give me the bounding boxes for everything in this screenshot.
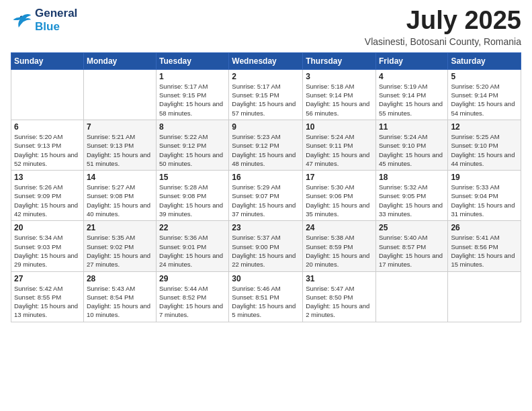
sunset-text: Sunset: 9:10 PM	[379, 142, 426, 149]
day-number: 26	[451, 223, 518, 232]
header: General Blue July 2025 Vlasinesti, Botos…	[11, 7, 521, 47]
daylight-text: Daylight: 15 hours and 24 minutes.	[159, 252, 223, 268]
calendar-cell: 23 Sunrise: 5:37 AM Sunset: 9:00 PM Dayl…	[229, 221, 303, 271]
sunset-text: Sunset: 9:14 PM	[306, 91, 353, 99]
day-info: Sunrise: 5:25 AM Sunset: 9:10 PM Dayligh…	[451, 132, 518, 168]
calendar-week-row: 27 Sunrise: 5:42 AM Sunset: 8:55 PM Dayl…	[11, 271, 521, 322]
calendar-cell: 1 Sunrise: 5:17 AM Sunset: 9:15 PM Dayli…	[157, 69, 229, 120]
sunrise-text: Sunrise: 5:28 AM	[159, 183, 208, 191]
calendar-cell: 24 Sunrise: 5:38 AM Sunset: 8:59 PM Dayl…	[303, 221, 376, 271]
daylight-text: Daylight: 15 hours and 56 minutes.	[306, 100, 369, 116]
sunset-text: Sunset: 8:55 PM	[14, 293, 61, 301]
sunset-text: Sunset: 9:03 PM	[14, 243, 61, 250]
calendar-cell: 15 Sunrise: 5:28 AM Sunset: 9:08 PM Dayl…	[157, 171, 229, 221]
daylight-text: Daylight: 15 hours and 50 minutes.	[159, 151, 223, 167]
day-number: 1	[159, 72, 226, 81]
daylight-text: Daylight: 15 hours and 15 minutes.	[451, 252, 515, 268]
daylight-text: Daylight: 15 hours and 29 minutes.	[14, 252, 78, 268]
sunrise-text: Sunrise: 5:32 AM	[379, 183, 427, 191]
daylight-text: Daylight: 15 hours and 42 minutes.	[14, 201, 78, 218]
day-number: 22	[159, 223, 226, 232]
sunrise-text: Sunrise: 5:33 AM	[451, 183, 499, 191]
day-number: 8	[159, 122, 226, 132]
sunset-text: Sunset: 9:10 PM	[451, 142, 498, 149]
day-info: Sunrise: 5:46 AM Sunset: 8:51 PM Dayligh…	[232, 284, 300, 320]
daylight-text: Daylight: 15 hours and 57 minutes.	[232, 100, 296, 116]
day-info: Sunrise: 5:17 AM Sunset: 9:15 PM Dayligh…	[232, 82, 300, 118]
day-info: Sunrise: 5:33 AM Sunset: 9:04 PM Dayligh…	[451, 183, 518, 218]
calendar-cell: 9 Sunrise: 5:23 AM Sunset: 9:12 PM Dayli…	[229, 120, 303, 170]
day-info: Sunrise: 5:40 AM Sunset: 8:57 PM Dayligh…	[379, 233, 445, 269]
calendar-cell: 28 Sunrise: 5:43 AM Sunset: 8:54 PM Dayl…	[83, 271, 156, 322]
calendar-week-row: 1 Sunrise: 5:17 AM Sunset: 9:15 PM Dayli…	[11, 69, 521, 120]
day-number: 31	[306, 274, 373, 283]
sunrise-text: Sunrise: 5:37 AM	[232, 234, 280, 241]
calendar-week-row: 13 Sunrise: 5:26 AM Sunset: 9:09 PM Dayl…	[11, 171, 521, 221]
sunset-text: Sunset: 8:54 PM	[87, 293, 134, 301]
calendar-table: SundayMondayTuesdayWednesdayThursdayFrid…	[11, 52, 521, 322]
sunrise-text: Sunrise: 5:47 AM	[306, 285, 354, 292]
sunset-text: Sunset: 8:56 PM	[451, 243, 498, 250]
daylight-text: Daylight: 15 hours and 48 minutes.	[232, 151, 296, 167]
calendar-cell: 30 Sunrise: 5:46 AM Sunset: 8:51 PM Dayl…	[229, 271, 303, 322]
sunset-text: Sunset: 9:15 PM	[232, 91, 279, 99]
day-number: 11	[379, 122, 445, 132]
calendar-cell: 12 Sunrise: 5:25 AM Sunset: 9:10 PM Dayl…	[448, 120, 521, 170]
calendar-cell	[83, 69, 156, 120]
calendar-cell: 16 Sunrise: 5:29 AM Sunset: 9:07 PM Dayl…	[229, 171, 303, 221]
sunset-text: Sunset: 9:06 PM	[306, 192, 353, 199]
calendar-cell: 6 Sunrise: 5:20 AM Sunset: 9:13 PM Dayli…	[11, 120, 84, 170]
calendar-week-row: 20 Sunrise: 5:34 AM Sunset: 9:03 PM Dayl…	[11, 221, 521, 271]
daylight-text: Daylight: 15 hours and 27 minutes.	[87, 252, 150, 268]
day-number: 10	[306, 122, 373, 132]
sunrise-text: Sunrise: 5:22 AM	[159, 133, 208, 140]
day-number: 18	[379, 173, 445, 182]
daylight-text: Daylight: 15 hours and 35 minutes.	[306, 201, 369, 218]
day-info: Sunrise: 5:43 AM Sunset: 8:54 PM Dayligh…	[87, 284, 153, 320]
daylight-text: Daylight: 15 hours and 17 minutes.	[379, 252, 443, 268]
calendar-cell: 7 Sunrise: 5:21 AM Sunset: 9:13 PM Dayli…	[83, 120, 156, 170]
day-info: Sunrise: 5:18 AM Sunset: 9:14 PM Dayligh…	[306, 82, 373, 118]
day-number: 3	[306, 72, 373, 81]
day-number: 12	[451, 122, 518, 132]
day-info: Sunrise: 5:24 AM Sunset: 9:11 PM Dayligh…	[306, 132, 373, 168]
page: General Blue July 2025 Vlasinesti, Botos…	[0, 0, 532, 411]
day-number: 20	[14, 223, 81, 232]
sunset-text: Sunset: 9:08 PM	[87, 192, 134, 199]
logo: General Blue	[11, 7, 77, 33]
sunrise-text: Sunrise: 5:20 AM	[451, 83, 499, 90]
daylight-text: Daylight: 15 hours and 40 minutes.	[87, 201, 150, 218]
sunset-text: Sunset: 9:12 PM	[232, 142, 279, 149]
logo-bird-icon	[11, 11, 32, 30]
calendar-cell: 22 Sunrise: 5:36 AM Sunset: 9:01 PM Dayl…	[157, 221, 229, 271]
day-info: Sunrise: 5:30 AM Sunset: 9:06 PM Dayligh…	[306, 183, 373, 218]
day-number: 24	[306, 223, 373, 232]
calendar-cell: 25 Sunrise: 5:40 AM Sunset: 8:57 PM Dayl…	[375, 221, 447, 271]
sunset-text: Sunset: 8:51 PM	[232, 293, 279, 301]
sunrise-text: Sunrise: 5:41 AM	[451, 234, 499, 241]
calendar-cell: 3 Sunrise: 5:18 AM Sunset: 9:14 PM Dayli…	[303, 69, 376, 120]
weekday-header-sunday: Sunday	[11, 52, 84, 69]
daylight-text: Daylight: 15 hours and 58 minutes.	[159, 100, 223, 116]
sunrise-text: Sunrise: 5:26 AM	[14, 183, 62, 191]
day-number: 16	[232, 173, 300, 182]
sunrise-text: Sunrise: 5:21 AM	[87, 133, 135, 140]
day-info: Sunrise: 5:41 AM Sunset: 8:56 PM Dayligh…	[451, 233, 518, 269]
sunset-text: Sunset: 8:59 PM	[306, 243, 353, 250]
calendar-cell: 5 Sunrise: 5:20 AM Sunset: 9:14 PM Dayli…	[448, 69, 521, 120]
sunset-text: Sunset: 8:50 PM	[306, 293, 353, 301]
day-number: 17	[306, 173, 373, 182]
sunset-text: Sunset: 9:08 PM	[159, 192, 206, 199]
month-title: July 2025	[365, 7, 521, 35]
day-info: Sunrise: 5:28 AM Sunset: 9:08 PM Dayligh…	[159, 183, 226, 218]
sunset-text: Sunset: 9:01 PM	[159, 243, 206, 250]
calendar-cell: 2 Sunrise: 5:17 AM Sunset: 9:15 PM Dayli…	[229, 69, 303, 120]
weekday-header-tuesday: Tuesday	[157, 52, 229, 69]
day-number: 15	[159, 173, 226, 182]
weekday-header-thursday: Thursday	[303, 52, 376, 69]
sunrise-text: Sunrise: 5:38 AM	[306, 234, 354, 241]
daylight-text: Daylight: 15 hours and 13 minutes.	[14, 302, 78, 318]
sunrise-text: Sunrise: 5:17 AM	[159, 83, 208, 90]
calendar-cell: 31 Sunrise: 5:47 AM Sunset: 8:50 PM Dayl…	[303, 271, 376, 322]
calendar-cell: 20 Sunrise: 5:34 AM Sunset: 9:03 PM Dayl…	[11, 221, 84, 271]
